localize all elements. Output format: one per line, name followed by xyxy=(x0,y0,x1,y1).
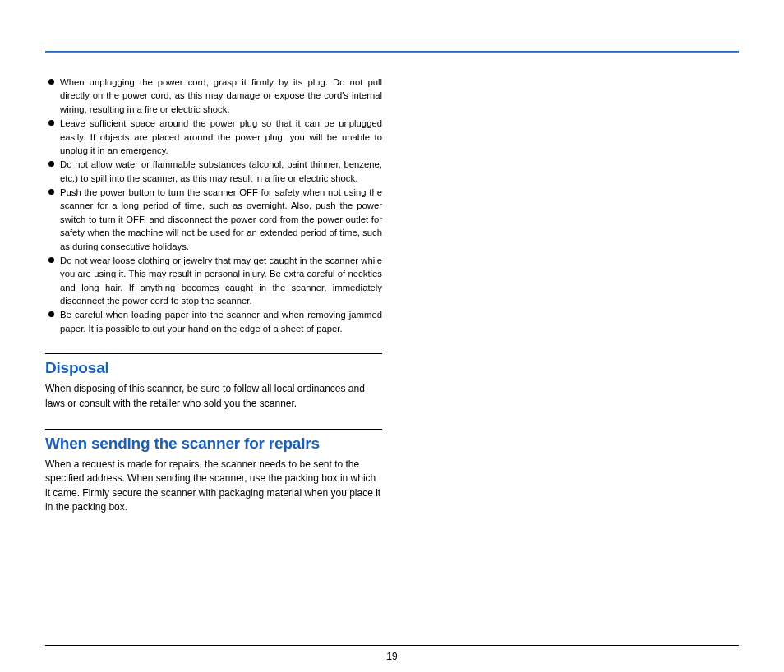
list-item: Do not allow water or flammable substanc… xyxy=(60,158,382,185)
footer-horizontal-rule xyxy=(45,645,739,646)
top-horizontal-rule xyxy=(45,51,739,53)
section-divider xyxy=(45,429,382,430)
list-item: Do not wear loose clothing or jewelry th… xyxy=(60,254,382,308)
page-number: 19 xyxy=(0,651,784,662)
content-column: When unplugging the power cord, grasp it… xyxy=(45,76,382,514)
repairs-body: When a request is made for repairs, the … xyxy=(45,458,382,515)
repairs-heading: When sending the scanner for repairs xyxy=(45,435,382,453)
list-item: When unplugging the power cord, grasp it… xyxy=(60,76,382,116)
section-divider xyxy=(45,353,382,354)
list-item: Be careful when loading paper into the s… xyxy=(60,308,382,335)
list-item: Leave sufficient space around the power … xyxy=(60,117,382,157)
page-wrapper: When unplugging the power cord, grasp it… xyxy=(0,0,784,514)
disposal-heading: Disposal xyxy=(45,359,382,377)
disposal-body: When disposing of this scanner, be sure … xyxy=(45,382,382,411)
list-item: Push the power button to turn the scanne… xyxy=(60,186,382,253)
safety-bullet-list: When unplugging the power cord, grasp it… xyxy=(45,76,382,335)
